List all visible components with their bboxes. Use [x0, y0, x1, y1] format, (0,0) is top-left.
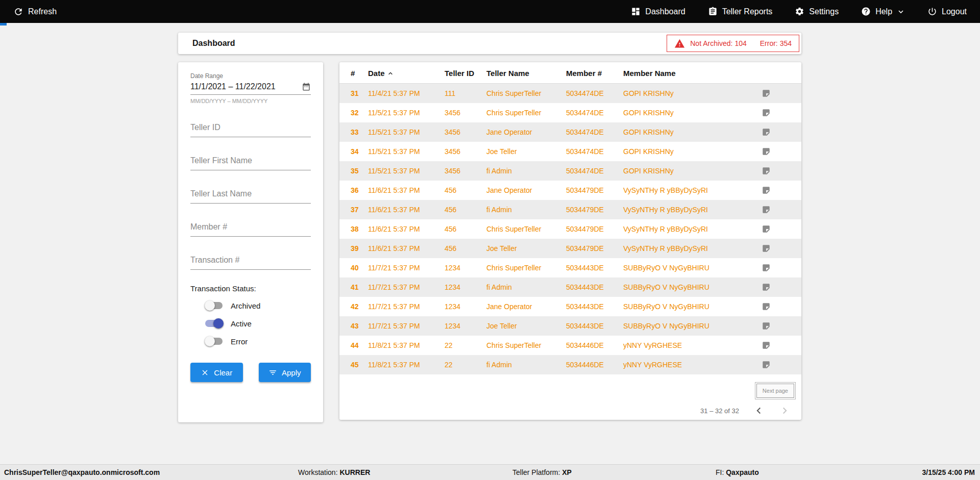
table-row[interactable]: 35 11/5/21 5:37 PM 3456 fi Admin 5034474…: [339, 161, 801, 181]
date-cell: 11/6/21 5:37 PM: [368, 206, 445, 214]
table-row[interactable]: 37 11/6/21 5:37 PM 456 fi Admin 5034479D…: [339, 200, 801, 219]
date-cell: 11/6/21 5:37 PM: [368, 225, 445, 233]
date-cell: 11/5/21 5:37 PM: [368, 109, 445, 117]
refresh-label: Refresh: [28, 7, 57, 16]
table-row[interactable]: 33 11/5/21 5:37 PM 3456 Jane Operator 50…: [339, 122, 801, 142]
table-row[interactable]: 43 11/7/21 5:37 PM 1234 Joe Teller 50344…: [339, 316, 801, 336]
workstation-label: Workstation:: [298, 468, 338, 476]
note-icon[interactable]: [761, 360, 791, 369]
note-icon[interactable]: [761, 341, 791, 350]
note-icon[interactable]: [761, 89, 791, 98]
note-icon[interactable]: [761, 205, 791, 214]
note-icon[interactable]: [761, 263, 791, 272]
table-row[interactable]: 39 11/6/21 5:37 PM 456 Joe Teller 503447…: [339, 239, 801, 258]
nav-item-settings[interactable]: Settings: [795, 7, 839, 16]
col-teller-name[interactable]: Teller Name: [486, 69, 566, 78]
nav-item-logout[interactable]: Logout: [927, 7, 967, 16]
apply-button[interactable]: Apply: [259, 363, 311, 382]
note-icon[interactable]: [761, 321, 791, 331]
note-icon[interactable]: [761, 128, 791, 137]
member-number-cell: 5034443DE: [566, 302, 623, 311]
warning-icon: [674, 38, 685, 49]
note-icon[interactable]: [761, 283, 791, 292]
nav-item-teller-reports[interactable]: Teller Reports: [708, 7, 773, 16]
teller-first-name-input[interactable]: [190, 152, 311, 170]
table-row[interactable]: 41 11/7/21 5:37 PM 1234 fi Admin 5034443…: [339, 277, 801, 297]
teller-id-cell: 1234: [445, 283, 486, 291]
chevron-right-icon[interactable]: [779, 405, 790, 416]
clear-button-label: Clear: [214, 368, 232, 377]
user-email: ChrisSuperTeller@qaxpauto.onmicrosoft.co…: [4, 465, 160, 480]
row-number-cell: 41: [351, 283, 368, 291]
note-icon[interactable]: [761, 186, 791, 195]
clear-button[interactable]: Clear: [190, 363, 243, 382]
next-page-button[interactable]: Next page: [756, 384, 794, 398]
teller-name-cell: Chris SuperTeller: [486, 341, 566, 349]
teller-id-cell: 3456: [445, 167, 486, 175]
help-icon: [861, 7, 871, 16]
gear-icon: [795, 7, 804, 16]
nav-item-dashboard[interactable]: Dashboard: [631, 7, 685, 16]
table-header: # Date Teller ID Teller Name Member # Me…: [339, 63, 801, 84]
transaction-number-input[interactable]: [190, 251, 311, 270]
date-cell: 11/5/21 5:37 PM: [368, 128, 445, 136]
row-number-cell: 44: [351, 341, 368, 349]
teller-name-cell: Chris SuperTeller: [486, 264, 566, 272]
nav-item-help[interactable]: Help: [861, 7, 905, 16]
table-row[interactable]: 45 11/8/21 5:37 PM 22 fi Admin 5034446DE…: [339, 355, 801, 374]
active-toggle-label: Active: [231, 319, 252, 328]
teller-last-name-input[interactable]: [190, 185, 311, 204]
col-teller-id[interactable]: Teller ID: [445, 69, 486, 78]
platform-value: XP: [562, 468, 572, 476]
teller-name-cell: fi Admin: [486, 167, 566, 175]
nav-label: Logout: [942, 7, 967, 16]
note-icon[interactable]: [761, 244, 791, 253]
error-toggle-label: Error: [231, 337, 248, 346]
calendar-icon[interactable]: [302, 82, 311, 91]
col-date[interactable]: Date: [368, 69, 445, 78]
date-cell: 11/5/21 5:37 PM: [368, 147, 445, 156]
table-row[interactable]: 44 11/8/21 5:37 PM 22 Chris SuperTeller …: [339, 336, 801, 355]
col-number[interactable]: #: [351, 69, 368, 78]
archived-toggle[interactable]: [205, 300, 224, 311]
teller-id-cell: 456: [445, 225, 486, 233]
error-toggle[interactable]: [205, 336, 224, 346]
note-icon[interactable]: [761, 166, 791, 175]
note-icon[interactable]: [761, 224, 791, 234]
member-number-input[interactable]: [190, 218, 311, 237]
date-cell: 11/6/21 5:37 PM: [368, 186, 445, 194]
teller-id-cell: 3456: [445, 128, 486, 136]
col-member-name[interactable]: Member Name: [623, 69, 761, 78]
date-cell: 11/6/21 5:37 PM: [368, 244, 445, 252]
teller-name-cell: Joe Teller: [486, 147, 566, 156]
date-cell: 11/7/21 5:37 PM: [368, 322, 445, 330]
table-row[interactable]: 32 11/5/21 5:37 PM 3456 Chris SuperTelle…: [339, 103, 801, 122]
table-row[interactable]: 31 11/4/21 5:37 PM 111 Chris SuperTeller…: [339, 84, 801, 103]
note-icon[interactable]: [761, 147, 791, 156]
teller-name-cell: Jane Operator: [486, 186, 566, 194]
table-row[interactable]: 36 11/6/21 5:37 PM 456 Jane Operator 503…: [339, 181, 801, 200]
table-row[interactable]: 40 11/7/21 5:37 PM 1234 Chris SuperTelle…: [339, 258, 801, 277]
table-row[interactable]: 42 11/7/21 5:37 PM 1234 Jane Operator 50…: [339, 297, 801, 316]
table-row[interactable]: 38 11/6/21 5:37 PM 456 Chris SuperTeller…: [339, 219, 801, 239]
date-cell: 11/7/21 5:37 PM: [368, 264, 445, 272]
teller-name-cell: Chris SuperTeller: [486, 225, 566, 233]
table-body: 31 11/4/21 5:37 PM 111 Chris SuperTeller…: [339, 84, 801, 374]
col-member-number[interactable]: Member #: [566, 69, 623, 78]
teller-id-input[interactable]: [190, 119, 311, 137]
datetime: 3/15/25 4:00 PM: [922, 465, 975, 480]
note-icon[interactable]: [761, 302, 791, 311]
accent-strip: [0, 23, 7, 26]
member-name-cell: GOPI KRISHNy: [623, 147, 761, 156]
date-cell: 11/5/21 5:37 PM: [368, 167, 445, 175]
close-icon: [201, 368, 209, 377]
refresh-button[interactable]: Refresh: [13, 7, 57, 17]
active-toggle[interactable]: [205, 318, 224, 329]
sort-asc-icon: [386, 69, 395, 78]
table-row[interactable]: 34 11/5/21 5:37 PM 3456 Joe Teller 50344…: [339, 142, 801, 161]
date-range-input[interactable]: [190, 82, 292, 91]
member-name-cell: VySyNTHy R yBByDySyRI: [623, 225, 761, 233]
note-icon[interactable]: [761, 108, 791, 117]
chevron-left-icon[interactable]: [753, 405, 765, 416]
date-cell: 11/7/21 5:37 PM: [368, 283, 445, 291]
